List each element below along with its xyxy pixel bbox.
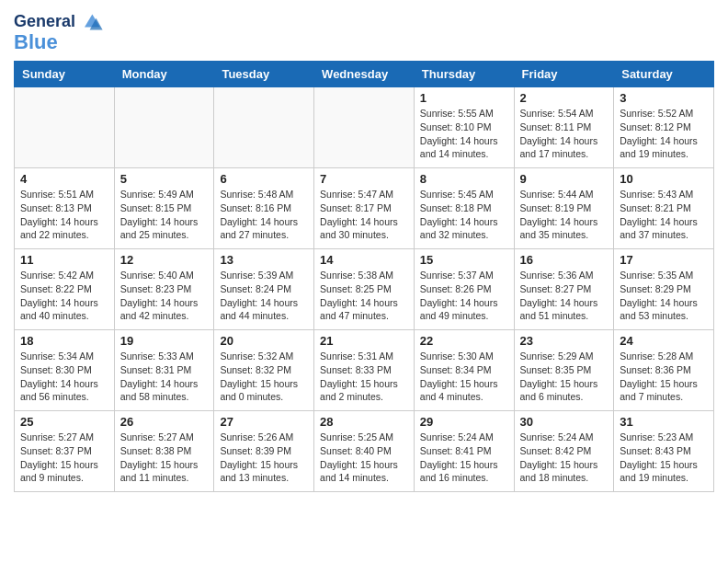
day-number: 25 — [20, 415, 108, 429]
day-number: 31 — [620, 415, 708, 429]
week-row-2: 11Sunrise: 5:42 AM Sunset: 8:22 PM Dayli… — [15, 249, 714, 330]
weekday-monday: Monday — [114, 62, 214, 87]
day-number: 9 — [520, 172, 609, 186]
day-info: Sunrise: 5:26 AM Sunset: 8:39 PM Dayligh… — [220, 431, 308, 485]
day-info: Sunrise: 5:47 AM Sunset: 8:17 PM Dayligh… — [320, 188, 408, 242]
day-info: Sunrise: 5:28 AM Sunset: 8:36 PM Dayligh… — [620, 350, 708, 404]
day-cell: 5Sunrise: 5:49 AM Sunset: 8:15 PM Daylig… — [114, 168, 214, 249]
day-cell — [114, 87, 214, 168]
day-info: Sunrise: 5:52 AM Sunset: 8:12 PM Dayligh… — [620, 107, 708, 161]
day-info: Sunrise: 5:24 AM Sunset: 8:42 PM Dayligh… — [520, 431, 609, 485]
day-cell: 4Sunrise: 5:51 AM Sunset: 8:13 PM Daylig… — [15, 168, 115, 249]
day-info: Sunrise: 5:24 AM Sunset: 8:41 PM Dayligh… — [420, 431, 508, 485]
logo-blue-text: Blue — [14, 31, 58, 53]
day-info: Sunrise: 5:55 AM Sunset: 8:10 PM Dayligh… — [420, 107, 508, 161]
day-number: 5 — [120, 172, 209, 186]
day-info: Sunrise: 5:40 AM Sunset: 8:23 PM Dayligh… — [120, 269, 209, 323]
day-cell: 2Sunrise: 5:54 AM Sunset: 8:11 PM Daylig… — [514, 87, 614, 168]
day-number: 19 — [120, 334, 209, 348]
logo-icon — [78, 9, 104, 35]
day-number: 10 — [620, 172, 708, 186]
weekday-sunday: Sunday — [15, 62, 115, 87]
day-cell — [214, 87, 314, 168]
day-info: Sunrise: 5:42 AM Sunset: 8:22 PM Dayligh… — [20, 269, 108, 323]
day-info: Sunrise: 5:37 AM Sunset: 8:26 PM Dayligh… — [420, 269, 508, 323]
day-cell: 1Sunrise: 5:55 AM Sunset: 8:10 PM Daylig… — [414, 87, 514, 168]
day-info: Sunrise: 5:27 AM Sunset: 8:37 PM Dayligh… — [20, 431, 108, 485]
day-cell: 10Sunrise: 5:43 AM Sunset: 8:21 PM Dayli… — [614, 168, 714, 249]
day-number: 28 — [320, 415, 408, 429]
day-info: Sunrise: 5:49 AM Sunset: 8:15 PM Dayligh… — [120, 188, 209, 242]
day-number: 22 — [420, 334, 508, 348]
weekday-thursday: Thursday — [414, 62, 514, 87]
day-cell: 22Sunrise: 5:30 AM Sunset: 8:34 PM Dayli… — [414, 330, 514, 411]
day-info: Sunrise: 5:48 AM Sunset: 8:16 PM Dayligh… — [220, 188, 308, 242]
weekday-tuesday: Tuesday — [214, 62, 314, 87]
day-number: 16 — [520, 253, 609, 267]
day-cell: 11Sunrise: 5:42 AM Sunset: 8:22 PM Dayli… — [15, 249, 115, 330]
day-info: Sunrise: 5:54 AM Sunset: 8:11 PM Dayligh… — [520, 107, 609, 161]
day-info: Sunrise: 5:38 AM Sunset: 8:25 PM Dayligh… — [320, 269, 408, 323]
day-number: 18 — [20, 334, 108, 348]
day-number: 23 — [520, 334, 609, 348]
week-row-0: 1Sunrise: 5:55 AM Sunset: 8:10 PM Daylig… — [15, 87, 714, 168]
day-info: Sunrise: 5:39 AM Sunset: 8:24 PM Dayligh… — [220, 269, 308, 323]
day-cell — [314, 87, 415, 168]
weekday-saturday: Saturday — [614, 62, 714, 87]
day-number: 24 — [620, 334, 708, 348]
day-number: 7 — [320, 172, 408, 186]
weekday-friday: Friday — [514, 62, 614, 87]
header: General Blue — [14, 9, 714, 53]
day-cell: 26Sunrise: 5:27 AM Sunset: 8:38 PM Dayli… — [114, 411, 214, 492]
day-cell: 29Sunrise: 5:24 AM Sunset: 8:41 PM Dayli… — [414, 411, 514, 492]
day-info: Sunrise: 5:30 AM Sunset: 8:34 PM Dayligh… — [420, 350, 508, 404]
day-info: Sunrise: 5:34 AM Sunset: 8:30 PM Dayligh… — [20, 350, 108, 404]
week-row-3: 18Sunrise: 5:34 AM Sunset: 8:30 PM Dayli… — [15, 330, 714, 411]
day-cell: 13Sunrise: 5:39 AM Sunset: 8:24 PM Dayli… — [214, 249, 314, 330]
day-info: Sunrise: 5:43 AM Sunset: 8:21 PM Dayligh… — [620, 188, 708, 242]
day-info: Sunrise: 5:36 AM Sunset: 8:27 PM Dayligh… — [520, 269, 609, 323]
day-info: Sunrise: 5:51 AM Sunset: 8:13 PM Dayligh… — [20, 188, 108, 242]
week-row-4: 25Sunrise: 5:27 AM Sunset: 8:37 PM Dayli… — [15, 411, 714, 492]
day-cell: 20Sunrise: 5:32 AM Sunset: 8:32 PM Dayli… — [214, 330, 314, 411]
day-cell: 16Sunrise: 5:36 AM Sunset: 8:27 PM Dayli… — [514, 249, 614, 330]
logo: General Blue — [14, 9, 104, 53]
day-number: 29 — [420, 415, 508, 429]
day-cell: 7Sunrise: 5:47 AM Sunset: 8:17 PM Daylig… — [314, 168, 415, 249]
day-number: 6 — [220, 172, 308, 186]
day-info: Sunrise: 5:23 AM Sunset: 8:43 PM Dayligh… — [620, 431, 708, 485]
day-number: 11 — [20, 253, 108, 267]
day-info: Sunrise: 5:25 AM Sunset: 8:40 PM Dayligh… — [320, 431, 408, 485]
day-cell: 6Sunrise: 5:48 AM Sunset: 8:16 PM Daylig… — [214, 168, 314, 249]
page: General Blue SundayMondayTuesdayWednesda… — [0, 0, 728, 506]
day-info: Sunrise: 5:31 AM Sunset: 8:33 PM Dayligh… — [320, 350, 408, 404]
day-number: 8 — [420, 172, 508, 186]
day-cell: 28Sunrise: 5:25 AM Sunset: 8:40 PM Dayli… — [314, 411, 415, 492]
day-cell: 31Sunrise: 5:23 AM Sunset: 8:43 PM Dayli… — [614, 411, 714, 492]
day-number: 30 — [520, 415, 609, 429]
day-cell: 25Sunrise: 5:27 AM Sunset: 8:37 PM Dayli… — [15, 411, 115, 492]
day-cell: 30Sunrise: 5:24 AM Sunset: 8:42 PM Dayli… — [514, 411, 614, 492]
day-cell: 8Sunrise: 5:45 AM Sunset: 8:18 PM Daylig… — [414, 168, 514, 249]
day-info: Sunrise: 5:32 AM Sunset: 8:32 PM Dayligh… — [220, 350, 308, 404]
day-cell: 3Sunrise: 5:52 AM Sunset: 8:12 PM Daylig… — [614, 87, 714, 168]
day-info: Sunrise: 5:33 AM Sunset: 8:31 PM Dayligh… — [120, 350, 209, 404]
day-number: 21 — [320, 334, 408, 348]
day-info: Sunrise: 5:35 AM Sunset: 8:29 PM Dayligh… — [620, 269, 708, 323]
logo-text: General — [14, 13, 75, 31]
day-number: 13 — [220, 253, 308, 267]
day-number: 20 — [220, 334, 308, 348]
day-cell: 27Sunrise: 5:26 AM Sunset: 8:39 PM Dayli… — [214, 411, 314, 492]
day-number: 14 — [320, 253, 408, 267]
day-cell: 17Sunrise: 5:35 AM Sunset: 8:29 PM Dayli… — [614, 249, 714, 330]
day-number: 27 — [220, 415, 308, 429]
day-cell: 18Sunrise: 5:34 AM Sunset: 8:30 PM Dayli… — [15, 330, 115, 411]
day-number: 12 — [120, 253, 209, 267]
day-info: Sunrise: 5:29 AM Sunset: 8:35 PM Dayligh… — [520, 350, 609, 404]
day-cell: 24Sunrise: 5:28 AM Sunset: 8:36 PM Dayli… — [614, 330, 714, 411]
day-number: 2 — [520, 91, 609, 105]
day-info: Sunrise: 5:45 AM Sunset: 8:18 PM Dayligh… — [420, 188, 508, 242]
weekday-header-row: SundayMondayTuesdayWednesdayThursdayFrid… — [15, 62, 714, 87]
day-number: 26 — [120, 415, 209, 429]
day-number: 3 — [620, 91, 708, 105]
